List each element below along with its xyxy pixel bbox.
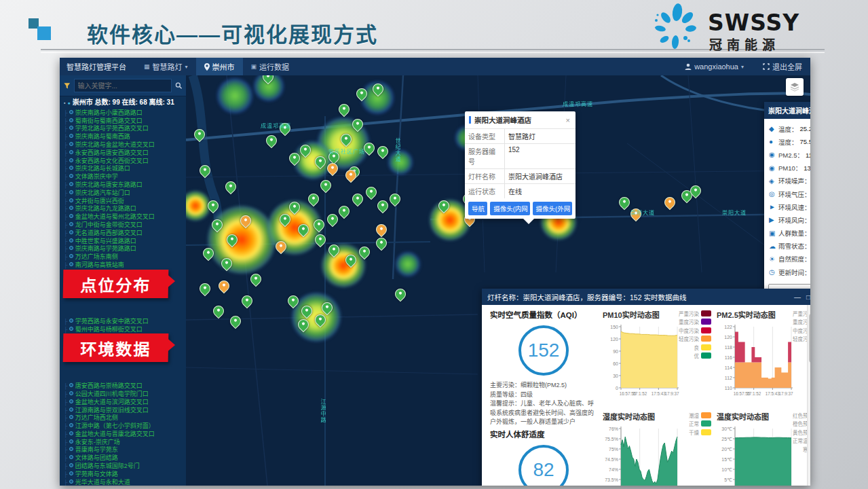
tree-item[interactable]: ├崇庆北路与金盆地大道交叉口 [64, 141, 185, 149]
svg-text:120: 120 [724, 335, 732, 340]
company-logo: SWSSY 冠南能源 [648, 3, 825, 52]
tree-item[interactable]: ├无名道路与西部路交叉口 [64, 230, 185, 238]
svg-text:122: 122 [724, 325, 732, 329]
svg-text:25℃: 25℃ [721, 437, 732, 441]
tree-item[interactable]: ├晋康南与学苑东 [64, 446, 185, 454]
tree-item[interactable]: ├学苑西路与永安中路交叉口 [64, 318, 185, 326]
env-data-row: ◎环境气压：665hPa [769, 187, 810, 200]
scroll-thumb[interactable] [809, 314, 810, 363]
env-data-row: ☁雨雪状态：无 [769, 240, 810, 253]
svg-text:120: 120 [610, 337, 618, 342]
tree-item[interactable]: ├崇庆北路汽车站门口 [64, 189, 185, 198]
tree-item[interactable]: ├崇庆南路与蜀南西路 [64, 133, 185, 141]
map-canvas[interactable]: 成温邛高速成温邛高速世纪大道崇阳大道崇阳大道江源中路安乐社区广场 崇阳大道涧峰酒… [186, 75, 810, 486]
tree-item[interactable]: ├蜀州中路与杨柳街交叉口 [64, 326, 185, 334]
tree-item[interactable]: ├永安西路与唐安西路交叉口 [64, 149, 185, 158]
tree-item[interactable]: ├团结路与东城国际2号门 [64, 463, 185, 471]
aqi-line: 质量等级：四级 [490, 391, 597, 400]
tree-item[interactable]: ├学苑北路与学苑西路交叉口 [64, 125, 185, 133]
map-layers-button[interactable] [786, 78, 804, 96]
popup-action-button[interactable]: 摄像头(外网 [533, 202, 572, 215]
legend-entry: 正常 [689, 420, 711, 429]
tree-item[interactable]: ├蜀南街与蜀南西路交叉口 [64, 117, 185, 126]
tree-item[interactable]: ├金盆地大道与蜀州北路交叉口 [64, 213, 185, 221]
tree-item[interactable]: ├崇庆南路与小康西路路口 [64, 109, 185, 117]
close-icon[interactable]: × [565, 116, 571, 124]
tree-item[interactable]: ├江源南路与崇双旧线交叉口 [64, 407, 185, 415]
rain-icon: ☁ [769, 242, 778, 250]
aqi-title: 实时空气质量指数（AQI） [490, 309, 597, 320]
legend-entry: 重度污染 [679, 318, 711, 327]
annotation-point-distribution: 点位分布 [63, 270, 169, 298]
panel-scrollbar[interactable]: ▲ ▼ [807, 305, 810, 486]
maximize-icon[interactable]: □ [806, 293, 810, 301]
user-menu[interactable]: wangxiaohua ▾ [677, 62, 752, 71]
tree-item[interactable]: ├永安西路与文化西街交叉口 [64, 158, 185, 166]
tree-item[interactable]: ├龙门中街与金带街交叉口 [64, 221, 185, 230]
gauge-column: 实时空气质量指数（AQI） 152 主要污染：细颗粒物(PM2.5) 质量等级：… [485, 306, 599, 486]
svg-text:73.5%: 73.5% [605, 477, 618, 482]
svg-text:112: 112 [725, 376, 732, 380]
light-icon: ☀ [769, 255, 778, 263]
sidebar-search-row [60, 75, 186, 96]
svg-text:150: 150 [610, 325, 618, 329]
nav-item-lamps[interactable]: ▦ 智慧路灯 ▾ [136, 58, 196, 75]
svg-text:114: 114 [725, 365, 732, 370]
tree-item[interactable]: ├公园大道四川机电学院门口 [64, 391, 185, 399]
app-brand: 智慧路灯管理平台 [60, 61, 136, 72]
device-info-row: 服务器编号152 [465, 144, 575, 169]
tree-item[interactable]: ├文井街与唐兴西街 [64, 198, 185, 206]
svg-text:75%: 75% [609, 447, 618, 452]
env-data-row: ◆温度：25.2℃ [769, 122, 810, 135]
nav-item-running-data[interactable]: ▣ 运行数据 [243, 58, 298, 75]
svg-text:10℃: 10℃ [721, 467, 732, 472]
humidity-chart: 湿度实时动态图潮湿正常干燥73%73.5%74%74.5%75%75.5%76%… [599, 408, 713, 486]
legend-entry: 严重污染 [679, 309, 711, 318]
tree-item[interactable]: ├光华大道与永和大道 [64, 479, 185, 486]
tree-item[interactable]: ├南河路与高铁站南 [64, 261, 185, 270]
wind-direction-icon: ▶ [769, 216, 778, 223]
tree-item[interactable]: ├中胜世家与兴盛路路口 [64, 238, 185, 246]
filter-icon[interactable] [64, 82, 71, 90]
search-input[interactable] [74, 79, 172, 92]
env-data-row: ◉PM2.5：116微克/立方米 [769, 148, 810, 161]
city-node-icon: ● [67, 101, 70, 105]
exit-fullscreen-button[interactable]: 退出全屏 [755, 61, 810, 72]
tree-item[interactable]: ├金盆地大道与晋康北路交叉口 [64, 431, 185, 439]
env-data-row: ●湿度：75.5% [769, 135, 810, 148]
env-panel-title: 崇阳大道涧峰酒店 N... [768, 105, 810, 115]
search-icon[interactable] [175, 82, 182, 90]
svg-text:15℃: 15℃ [721, 457, 732, 462]
tree-item[interactable]: ├金盆地大道与滨河路交叉口 [64, 399, 185, 407]
title-decoration-square [37, 26, 51, 40]
comfort-title: 实时人体舒适度 [490, 429, 597, 439]
tree-item[interactable]: ├崇庆北路与唐安东路路口 [64, 181, 185, 189]
tree-item[interactable]: ├文体路崇庆中学 [64, 173, 185, 181]
minimize-icon[interactable]: — [794, 293, 801, 301]
tree-item[interactable]: ├永安东-崇庆广场 [64, 439, 185, 447]
tree-item[interactable]: ├崇庆北路与长城路口 [64, 165, 185, 173]
tree-item[interactable]: ├文体路与团结路 [64, 454, 185, 463]
pm25-chart: PM2.5实时动态图严重污染重度污染中度污染轻度污染良优110112114116… [713, 306, 810, 408]
collapse-icon[interactable]: ▪ [64, 101, 65, 105]
tree-item[interactable]: ├学苑南与文体路 [64, 471, 185, 479]
tree-item[interactable]: ├万达广场东南侧 [64, 253, 185, 261]
scroll-up-icon[interactable]: ▲ [808, 305, 810, 312]
popup-action-button[interactable]: 摄像头(内网 [490, 202, 529, 215]
popup-title: 崇阳大道涧峰酒店 [474, 115, 565, 125]
svg-text:17:1:52: 17:1:52 [747, 391, 761, 396]
nav-item-city[interactable]: 崇州市 [196, 58, 243, 75]
popup-action-button[interactable]: 导航 [468, 202, 487, 215]
droplet-icon: ● [769, 138, 778, 145]
slide-title: 软件核心——可视化展现方式 [87, 18, 378, 48]
tree-item[interactable]: ├崇庆北路与九龙路路口 [64, 205, 185, 213]
tree-item[interactable]: ├唐安西路与崇杨路交叉口 [64, 382, 185, 391]
env-data-row: ▶环境风向：西南偏西 [769, 213, 810, 226]
tree-item[interactable]: ├万达广场西北侧 [64, 414, 185, 422]
svg-text:76%: 76% [609, 427, 618, 431]
tree-root-node[interactable]: ▪●崇州市 总数: 99 在线: 68 离线: 31 [64, 99, 185, 107]
tree-item[interactable]: ├江源中路（第七小学斜对面） [64, 422, 185, 431]
svg-text:17:9:37: 17:9:37 [778, 391, 793, 396]
tree-item[interactable]: ├崇庆南路与学苑路路口 [64, 245, 185, 253]
svg-text:17:1:52: 17:1:52 [633, 391, 647, 396]
